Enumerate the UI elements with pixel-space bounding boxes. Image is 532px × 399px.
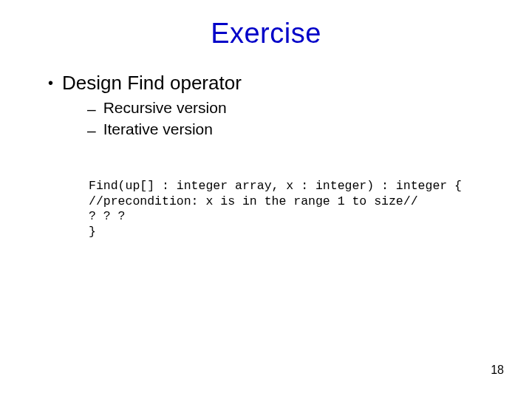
bullet-dash-icon: – <box>87 99 96 119</box>
code-line: Find(up[] : integer array, x : integer) … <box>89 179 462 193</box>
bullet-level2-text: Recursive version <box>103 99 227 117</box>
bullet-level2: – Recursive version <box>87 99 502 119</box>
page-number: 18 <box>491 364 504 377</box>
bullet-level2: – Iterative version <box>87 120 502 140</box>
code-line: ? ? ? <box>89 209 126 223</box>
slide-container: Exercise • Design Find operator – Recurs… <box>0 0 532 399</box>
bullet-dash-icon: – <box>87 120 96 140</box>
slide-title: Exercise <box>30 18 502 50</box>
bullet-dot-icon: • <box>48 72 53 94</box>
code-line: //precondition: x is in the range 1 to s… <box>89 194 418 208</box>
code-block: Find(up[] : integer array, x : integer) … <box>89 179 502 240</box>
bullet-level1: • Design Find operator <box>48 72 502 95</box>
bullet-level1-text: Design Find operator <box>62 72 242 95</box>
bullet-level2-text: Iterative version <box>103 120 213 138</box>
code-line: } <box>89 225 96 239</box>
